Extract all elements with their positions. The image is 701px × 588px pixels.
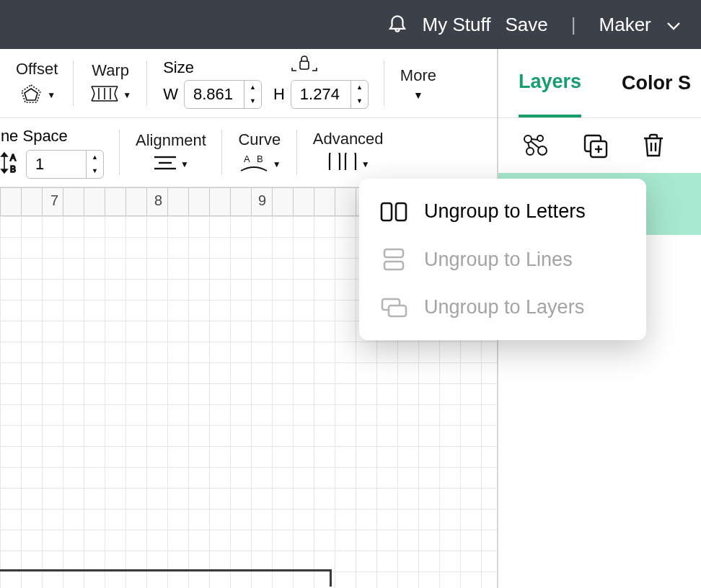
svg-point-13 [538,146,547,155]
ungroup-layers-label: Ungroup to Layers [424,296,584,318]
line-space-tool: ine Space AB 1 ▲▼ [0,118,120,187]
ruler-tick: 9 [258,192,266,209]
ungroup-to-letters[interactable]: Ungroup to Letters [379,200,626,223]
svg-text:A: A [10,153,16,163]
advanced-icon [327,153,358,176]
svg-point-11 [537,135,543,141]
device-dropdown[interactable]: Maker [599,14,681,36]
dropdown-caret-icon: ▼ [180,159,189,169]
svg-marker-1 [25,89,38,100]
bell-icon[interactable] [387,12,408,38]
dropdown-caret-icon: ▼ [361,159,370,169]
width-value: 8.861 [193,85,233,104]
svg-line-15 [528,143,529,148]
more-tool[interactable]: More ▼ [384,66,452,101]
svg-text:B: B [257,153,263,164]
line-space-spinner[interactable]: ▲▼ [86,151,103,178]
device-label: Maker [599,14,651,35]
panel-tabs: Layers Color S [498,49,701,118]
line-space-input[interactable]: 1 ▲▼ [26,150,104,179]
svg-rect-26 [389,306,406,316]
top-bar: My Stuff Save | Maker [0,0,701,49]
layers-icon [379,297,408,318]
ungroup-letters-label: Ungroup to Letters [424,200,586,223]
svg-text:A: A [244,153,250,164]
offset-icon [18,83,44,107]
divider: | [571,14,576,36]
dropdown-caret-icon: ▼ [47,90,56,100]
tab-color-sync[interactable]: Color S [622,72,691,94]
dropdown-caret-icon: ▼ [413,89,423,101]
toolbar-row-1: Offset ▼ Warp ▼ Size W [0,49,497,118]
tab-layers[interactable]: Layers [519,49,581,117]
curve-label: Curve [238,130,281,149]
warp-tool[interactable]: Warp ▼ [74,49,147,117]
save-button[interactable]: Save [505,14,547,36]
size-group: Size W 8.861 ▲▼ H 1.274 ▲▼ [147,49,384,117]
svg-rect-23 [384,249,403,257]
alignment-tool[interactable]: Alignment ▼ [120,118,222,187]
advanced-popup: Ungroup to Letters Ungroup to Lines Ungr… [359,179,646,340]
curve-icon: AB [238,153,270,175]
svg-rect-22 [396,203,406,220]
more-label: More [400,66,436,85]
advanced-tool[interactable]: Advanced ▼ [297,118,400,187]
selection-box[interactable] [0,569,332,587]
svg-point-10 [524,135,532,143]
ruler-tick: 8 [154,192,162,209]
dropdown-caret-icon: ▼ [123,90,131,100]
svg-line-16 [532,139,538,140]
trash-icon[interactable] [641,133,666,161]
height-spinner[interactable]: ▲▼ [350,81,368,108]
line-space-label: ine Space [0,127,68,146]
offset-label: Offset [16,60,58,79]
lock-aspect-button[interactable] [291,55,317,75]
group-icon[interactable] [521,133,549,161]
width-label: W [163,85,178,104]
svg-rect-2 [300,61,309,69]
svg-text:B: B [10,164,16,174]
svg-line-14 [531,141,539,148]
line-space-value: 1 [35,155,44,174]
dropdown-caret-icon: ▼ [273,159,281,169]
ungroup-lines-label: Ungroup to Lines [424,249,573,271]
svg-point-12 [526,148,534,155]
width-spinner[interactable]: ▲▼ [244,81,261,108]
width-input[interactable]: 8.861 ▲▼ [184,80,262,109]
height-input[interactable]: 1.274 ▲▼ [291,80,369,109]
ungroup-to-lines: Ungroup to Lines [379,247,626,272]
letters-icon [379,201,408,223]
line-space-icon: AB [0,151,20,178]
ruler-tick: 7 [50,192,58,209]
chevron-down-icon [666,14,681,35]
duplicate-icon[interactable] [582,133,608,161]
lines-icon [379,247,408,272]
advanced-label: Advanced [313,130,384,148]
toolbar-row-2: ine Space AB 1 ▲▼ Alignment ▼ Curve AB ▼ [0,118,497,187]
svg-rect-24 [384,262,403,270]
warp-icon [89,84,120,106]
my-stuff-link[interactable]: My Stuff [423,14,491,36]
warp-label: Warp [92,61,129,80]
alignment-label: Alignment [136,131,206,150]
height-value: 1.274 [300,85,340,104]
layer-toolbar [498,118,701,173]
align-center-icon [153,154,177,174]
size-label: Size [163,58,194,77]
ungroup-to-layers: Ungroup to Layers [379,296,626,318]
offset-tool[interactable]: Offset ▼ [0,49,74,117]
svg-rect-21 [382,203,392,220]
curve-tool[interactable]: Curve AB ▼ [222,118,297,187]
height-label: H [273,85,285,104]
